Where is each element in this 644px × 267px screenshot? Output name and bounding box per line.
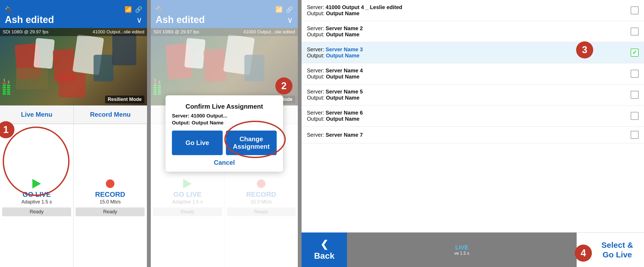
wifi-icon: 📶: [125, 6, 132, 13]
meter-seg: [3, 87, 6, 88]
server-item-text-6: Server: Server Name 7: [307, 132, 631, 138]
server-name-line-3: Server: Server Name 4: [307, 68, 631, 74]
panel1-header: 🔌 📶 🔗 Ash edited ∨: [0, 0, 147, 28]
modal-server-label: Server:: [172, 113, 190, 119]
meter-seg: [7, 87, 10, 88]
panel-3-list: Server: 41000 Output 4 _ Leslie editedOu…: [302, 0, 644, 267]
output-name-line-5: Output: Output Name: [307, 116, 631, 122]
meter-group-2: 2: [7, 78, 10, 95]
menu-buttons-row-1: Live Menu Record Menu: [0, 105, 147, 124]
modal-output-info: Output: Output Name: [172, 120, 277, 126]
server-list: Server: 41000 Output 4 _ Leslie editedOu…: [302, 0, 644, 232]
record-icon-container-1: [105, 178, 116, 189]
output-name-line-1: Output: Output Name: [307, 32, 631, 38]
meter-seg: [7, 93, 10, 95]
server-checkbox-1[interactable]: [631, 28, 639, 36]
server-list-item[interactable]: Server: Server Name 4Output: Output Name: [302, 63, 644, 84]
meter-seg: [3, 89, 6, 91]
panel-1: 🔌 📶 🔗 Ash edited ∨ SDI 1080i @ 29.97 fps…: [0, 0, 147, 267]
title-row-1: Ash edited ∨: [5, 14, 142, 25]
meter-seg: [3, 93, 6, 95]
server-checkbox-5[interactable]: [631, 112, 639, 120]
server-item-text-4: Server: Server Name 5Output: Output Name: [307, 89, 631, 101]
record-menu-btn-1[interactable]: Record Menu: [74, 105, 147, 124]
list-footer: ❮ Back LIVE ve 1.5 s Select & Go Live: [302, 232, 644, 267]
step-badge-3: 3: [576, 41, 593, 58]
meter-seg: [3, 85, 6, 86]
player-shape-7: [59, 73, 86, 97]
server-list-item[interactable]: Server: Server Name 6Output: Output Name: [302, 105, 644, 127]
step-badge-2: 2: [275, 77, 292, 95]
record-status-1: Ready: [76, 207, 145, 216]
server-checkbox-0[interactable]: [631, 6, 639, 14]
confirm-modal: Confirm Live Assignment Server: 41000 Ou…: [165, 95, 283, 172]
cancel-button[interactable]: Cancel: [172, 159, 277, 166]
meter-seg: [7, 85, 10, 86]
server-name-line-6: Server: Server Name 7: [307, 132, 631, 138]
chevron-down-icon-1[interactable]: ∨: [136, 15, 142, 25]
back-label: Back: [314, 251, 335, 261]
gap-1: [147, 0, 151, 267]
server-item-text-0: Server: 41000 Output 4 _ Leslie editedOu…: [307, 4, 631, 17]
server-list-item[interactable]: Server: 41000 Output 4 _ Leslie editedOu…: [302, 0, 644, 21]
video-info-bar-1: SDI 1080i @ 29.97 fps 41000 Output...sli…: [0, 28, 147, 36]
plug-icon: 🔌: [5, 6, 12, 13]
play-triangle-icon-1: [32, 179, 41, 189]
modal-output-label: Output:: [172, 120, 190, 125]
server-name-line-1: Server: Server Name 2: [307, 25, 631, 32]
record-sublabel-1: 15.0 Mb/s: [99, 199, 121, 205]
server-item-text-3: Server: Server Name 4Output: Output Name: [307, 68, 631, 80]
player-shape-8: [112, 33, 136, 65]
gap-2: [298, 0, 302, 267]
server-item-text-5: Server: Server Name 6Output: Output Name: [307, 110, 631, 122]
footer-dim-content: LIVE ve 1.5 s: [452, 244, 472, 256]
select-go-live-button[interactable]: Select & Go Live: [591, 233, 644, 267]
meter-seg: [3, 91, 6, 93]
go-live-status-1: Ready: [2, 207, 71, 216]
record-circle-icon-1: [106, 179, 114, 188]
step-badge-4: 4: [575, 245, 592, 262]
modal-overlay: Confirm Live Assignment Server: 41000 Ou…: [151, 0, 298, 267]
modal-output-value: Output Name: [192, 120, 223, 125]
meter-seg: [3, 83, 6, 84]
live-menu-btn-1[interactable]: Live Menu: [0, 105, 74, 124]
modal-buttons-row: Go Live Change Assignment: [172, 131, 277, 155]
back-chevron-icon: ❮: [320, 239, 328, 250]
output-name-line-0: Output: Output Name: [307, 10, 631, 17]
video-area-1: SDI 1080i @ 29.97 fps 41000 Output...sli…: [0, 28, 147, 105]
resilient-mode-badge-1: Resilient Mode: [105, 96, 144, 103]
select-go-live-label: Select & Go Live: [601, 241, 633, 259]
server-item-text-1: Server: Server Name 2Output: Output Name: [307, 25, 631, 38]
meter-seg: [7, 89, 10, 91]
server-list-item[interactable]: Server: Server Name 7: [302, 127, 644, 143]
player-shape-5: [94, 55, 114, 81]
video-format-1: SDI 1080i @ 29.97 fps: [3, 29, 48, 35]
meter-label-2: 2: [7, 80, 10, 84]
server-checkbox-3[interactable]: [631, 70, 639, 78]
server-name-line-4: Server: Server Name 5: [307, 89, 631, 95]
go-live-button[interactable]: Go Live: [172, 131, 223, 155]
server-checkbox-2[interactable]: [631, 49, 639, 57]
record-label-1: RECORD: [95, 190, 125, 199]
video-output-1: 41000 Output...slie edited: [92, 29, 144, 35]
output-name-line-3: Output: Output Name: [307, 74, 631, 80]
server-name-line-5: Server: Server Name 6: [307, 110, 631, 116]
status-bar-1: 🔌 📶 🔗: [5, 4, 142, 14]
footer-dimmed-area: LIVE ve 1.5 s: [347, 233, 577, 267]
server-name-line-0: Server: 41000 Output 4 _ Leslie edited: [307, 4, 631, 10]
change-assignment-button[interactable]: Change Assignment: [226, 131, 277, 155]
go-live-icon-container-1: [31, 178, 42, 189]
back-button[interactable]: ❮ Back: [302, 233, 347, 267]
server-list-item[interactable]: Server: Server Name 5Output: Output Name: [302, 84, 644, 105]
audio-meters-1: 1 2: [3, 78, 10, 95]
panel1-title: Ash edited: [5, 14, 54, 25]
server-checkbox-6[interactable]: [631, 131, 639, 139]
meter-label-1: 1: [3, 78, 6, 82]
record-cell-1[interactable]: RECORD 15.0 Mb/s Ready: [74, 124, 147, 267]
action-grid-1: GO LIVE Adaptive 1.5 s Ready RECORD 15.0…: [0, 124, 147, 267]
output-name-line-4: Output: Output Name: [307, 95, 631, 101]
server-checkbox-4[interactable]: [631, 91, 639, 99]
go-live-cell-1[interactable]: GO LIVE Adaptive 1.5 s Ready: [0, 124, 74, 267]
server-list-item[interactable]: Server: Server Name 2Output: Output Name: [302, 21, 644, 42]
panel-2: 🔌 📶 🔗 Ash edited ∨ SDI 1080i @ 29.97 fps…: [151, 0, 298, 267]
